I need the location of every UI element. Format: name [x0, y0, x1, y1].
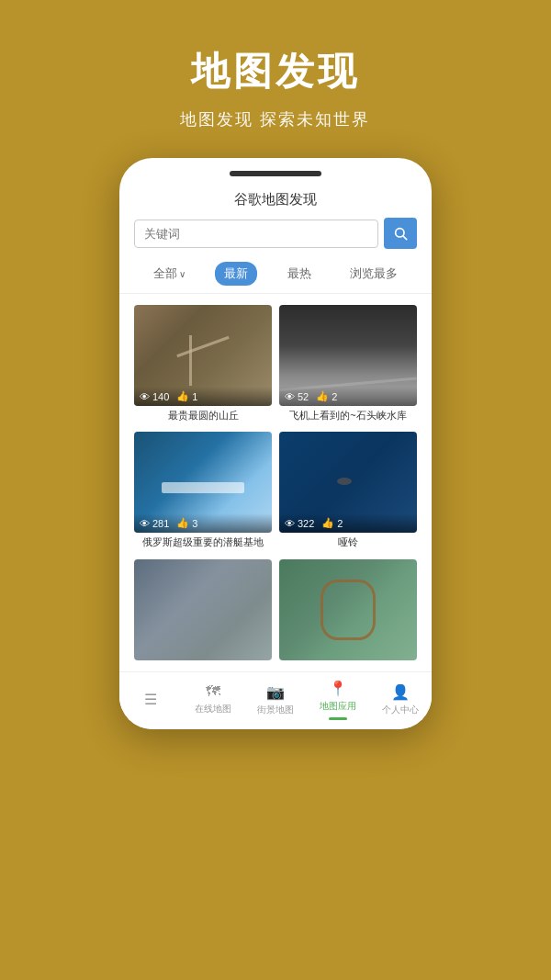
svg-line-1 — [403, 236, 407, 240]
item5-image — [134, 559, 272, 660]
profile-label: 个人中心 — [382, 704, 419, 716]
item2-overlay: 👁 52 👍 2 — [279, 387, 417, 406]
online-map-icon: 🗺 — [206, 683, 220, 700]
list-item[interactable] — [279, 559, 417, 660]
list-item[interactable]: 👁 322 👍 2 哑铃 — [279, 432, 417, 551]
eye-icon: 👁 — [285, 391, 295, 402]
item1-label: 最贵最圆的山丘 — [134, 406, 272, 424]
content-grid: 👁 140 👍 1 最贵最圆的山丘 👁 52 — [119, 294, 432, 671]
like-icon: 👍 — [176, 390, 189, 402]
item6-image — [279, 559, 417, 660]
nav-menu[interactable]: ☰ — [119, 691, 182, 708]
eye-icon: 👁 — [285, 518, 295, 529]
map-apps-label: 地图应用 — [320, 700, 356, 713]
header-section: 地图发现 地图发现 探索未知世界 — [0, 0, 551, 158]
item3-likes: 👍 3 — [176, 517, 197, 529]
map-apps-icon: 📍 — [329, 680, 347, 697]
eye-icon: 👁 — [140, 391, 150, 402]
filter-latest[interactable]: 最新 — [215, 262, 257, 286]
item1-overlay: 👁 140 👍 1 — [134, 387, 272, 406]
filter-most-viewed[interactable]: 浏览最多 — [341, 262, 407, 286]
phone-notch — [230, 171, 321, 176]
nav-profile[interactable]: 👤 个人中心 — [369, 683, 432, 716]
search-button[interactable] — [384, 218, 417, 249]
like-icon: 👍 — [316, 390, 329, 402]
bottom-nav: ☰ 🗺 在线地图 📷 街景地图 📍 地图应用 👤 个人中心 — [119, 671, 432, 729]
filter-hot[interactable]: 最热 — [278, 262, 320, 286]
nav-map-apps[interactable]: 📍 地图应用 — [307, 680, 369, 720]
list-item[interactable]: 👁 140 👍 1 最贵最圆的山丘 — [134, 305, 272, 424]
search-icon — [393, 226, 408, 241]
item1-likes: 👍 1 — [176, 390, 197, 402]
list-item[interactable] — [134, 559, 272, 660]
list-item[interactable]: 👁 281 👍 3 俄罗斯超级重要的潜艇基地 — [134, 432, 272, 551]
nav-online-map[interactable]: 🗺 在线地图 — [182, 683, 244, 715]
item3-label: 俄罗斯超级重要的潜艇基地 — [134, 533, 272, 551]
active-indicator — [329, 717, 347, 720]
street-view-icon: 📷 — [266, 683, 285, 701]
filter-all[interactable]: 全部 — [144, 262, 195, 286]
item4-likes: 👍 2 — [321, 517, 343, 529]
item4-label: 哑铃 — [279, 533, 417, 551]
item3-image: 👁 281 👍 3 — [134, 432, 272, 533]
item2-views: 👁 52 — [285, 391, 309, 402]
nav-street-view[interactable]: 📷 街景地图 — [244, 683, 307, 716]
search-bar — [134, 218, 417, 249]
street-view-label: 街景地图 — [257, 704, 294, 716]
search-input[interactable] — [134, 220, 378, 248]
like-icon: 👍 — [321, 517, 334, 529]
phone-mockup: 谷歌地图发现 全部 最新 最热 浏览最多 👁 140 — [119, 158, 432, 729]
main-title: 地图发现 — [191, 46, 360, 97]
profile-icon: 👤 — [391, 683, 410, 701]
phone-app-title: 谷歌地图发现 — [119, 186, 432, 218]
item2-likes: 👍 2 — [316, 390, 337, 402]
item4-image: 👁 322 👍 2 — [279, 432, 417, 533]
item2-label: 飞机上看到的~石头峡水库 — [279, 406, 417, 424]
subtitle: 地图发现 探索未知世界 — [180, 108, 370, 130]
item3-overlay: 👁 281 👍 3 — [134, 513, 272, 533]
filter-tabs: 全部 最新 最热 浏览最多 — [119, 258, 432, 294]
eye-icon: 👁 — [140, 518, 150, 529]
item4-views: 👁 322 — [285, 518, 314, 529]
online-map-label: 在线地图 — [195, 703, 231, 715]
list-item[interactable]: 👁 52 👍 2 飞机上看到的~石头峡水库 — [279, 305, 417, 424]
item1-image: 👁 140 👍 1 — [134, 305, 272, 406]
item1-views: 👁 140 — [140, 391, 169, 402]
item4-overlay: 👁 322 👍 2 — [279, 513, 417, 533]
menu-icon: ☰ — [144, 691, 157, 708]
item3-views: 👁 281 — [140, 518, 169, 529]
item2-image: 👁 52 👍 2 — [279, 305, 417, 406]
like-icon: 👍 — [176, 517, 189, 529]
